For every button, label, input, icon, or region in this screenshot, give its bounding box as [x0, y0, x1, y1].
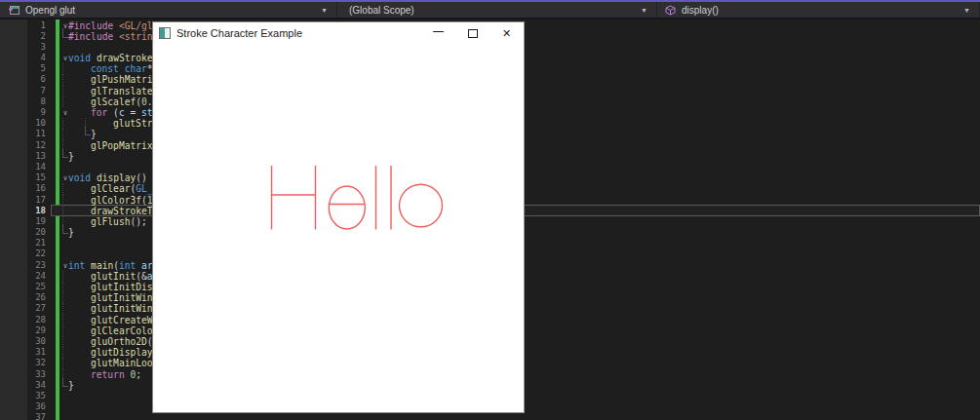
code-text: glutStr	[68, 118, 152, 129]
code-text: #include <strin	[68, 31, 153, 42]
indent-guide	[62, 325, 63, 336]
line-number: 27	[0, 303, 46, 314]
line-number: 37	[0, 412, 46, 420]
line-number: 2	[0, 31, 46, 42]
indent-guide	[62, 358, 63, 368]
navigation-bar: Opengl glut ▼ (Global Scope) ▼ display()…	[0, 2, 980, 19]
indent-guide	[62, 315, 63, 325]
line-number: 14	[0, 162, 46, 172]
line-number: 36	[0, 401, 46, 412]
line-number: 3	[0, 42, 46, 53]
code-text: glPopMatrix	[68, 140, 153, 151]
code-text: return 0;	[68, 369, 141, 380]
code-line[interactable]: 37	[0, 412, 980, 420]
code-text: void display()	[68, 172, 147, 183]
line-number: 6	[0, 74, 46, 85]
code-text: glClearColo	[68, 325, 153, 336]
line-number: 25	[0, 282, 46, 292]
line-number: 10	[0, 118, 46, 129]
line-number: 22	[0, 248, 46, 259]
code-text: glutInitWin	[68, 303, 153, 314]
code-text: }	[68, 129, 97, 139]
code-text: for (c = st	[68, 107, 153, 118]
line-number: 18	[0, 206, 46, 216]
code-text: void drawStrokeT	[68, 53, 158, 63]
line-number: 4	[0, 53, 46, 63]
line-number: 15	[0, 172, 46, 183]
chevron-down-icon: ▼	[321, 7, 328, 14]
line-number: 35	[0, 391, 46, 401]
indent-guide	[62, 74, 63, 85]
code-text: glFlush();	[68, 216, 147, 227]
app-window-icon	[159, 27, 171, 39]
line-number: 24	[0, 271, 46, 282]
code-text: int main(int ar	[68, 260, 153, 271]
line-number: 33	[0, 369, 46, 380]
project-dropdown-label: Opengl glut	[25, 5, 75, 16]
member-dropdown-label: display()	[682, 5, 719, 16]
code-text: glColor3f(1	[68, 195, 153, 206]
member-dropdown[interactable]: display() ▼	[657, 2, 980, 18]
indent-guide	[62, 347, 63, 358]
minimize-button[interactable]: —	[421, 20, 455, 46]
indent-guide	[62, 129, 63, 139]
code-text: const char*	[68, 63, 153, 74]
line-number: 19	[0, 216, 46, 227]
project-dropdown[interactable]: Opengl glut ▼	[0, 2, 337, 18]
indent-guide	[62, 336, 63, 347]
code-text: glutInitDis	[68, 282, 153, 292]
code-text: gluOrtho2D(	[68, 336, 153, 347]
indent-guide	[62, 282, 63, 292]
line-number: 20	[0, 227, 46, 238]
line-number: 21	[0, 238, 46, 248]
line-number: 7	[0, 86, 46, 96]
line-number: 9	[0, 107, 46, 118]
indent-guide	[62, 195, 63, 206]
ide-screen: Opengl glut ▼ (Global Scope) ▼ display()…	[0, 0, 980, 420]
line-number: 29	[0, 325, 46, 336]
code-text: glutCreateW	[68, 315, 153, 325]
code-text: glTranslate	[68, 86, 153, 96]
line-number: 23	[0, 260, 46, 271]
line-number: 34	[0, 380, 46, 391]
code-text: }	[68, 151, 74, 162]
line-number: 31	[0, 347, 46, 358]
code-text: glutInit(&a	[68, 271, 153, 282]
chevron-down-icon: ▼	[641, 7, 647, 14]
code-text: glutMainLoo	[68, 358, 153, 368]
line-number: 26	[0, 292, 46, 303]
line-number: 30	[0, 336, 46, 347]
code-text: glutInitWin	[68, 292, 153, 303]
line-number: 28	[0, 315, 46, 325]
chevron-down-icon: ▼	[963, 7, 970, 14]
line-number: 1	[0, 20, 46, 31]
code-text: glPushMatri	[68, 74, 153, 85]
method-cube-icon	[665, 5, 676, 16]
code-text: glScalef(0.	[68, 96, 153, 107]
line-number: 12	[0, 140, 46, 151]
maximize-icon	[468, 29, 478, 38]
window-titlebar[interactable]: Stroke Character Example — ✕	[153, 22, 524, 44]
maximize-button[interactable]	[455, 22, 490, 44]
indent-guide	[62, 271, 63, 282]
code-text: }	[68, 227, 74, 238]
indent-guide	[62, 96, 63, 107]
line-number: 16	[0, 183, 46, 194]
line-number: 13	[0, 151, 46, 162]
indent-guide	[62, 86, 63, 96]
glut-canvas	[153, 44, 524, 412]
indent-guide	[62, 292, 63, 303]
scope-dropdown-label: (Global Scope)	[349, 5, 414, 16]
code-text: }	[68, 380, 74, 391]
indent-guide	[62, 118, 63, 129]
code-text: glutDisplay	[68, 347, 153, 358]
scope-dropdown[interactable]: (Global Scope) ▼	[337, 2, 657, 18]
line-number: 32	[0, 358, 46, 368]
code-text: #include <GL/gl	[68, 20, 153, 31]
cpp-project-icon	[8, 5, 20, 16]
indent-guide	[62, 63, 63, 74]
code-text: drawStrokeT	[68, 206, 153, 216]
hello-stroke-text	[153, 44, 524, 412]
line-number: 11	[0, 129, 46, 139]
close-button[interactable]: ✕	[490, 22, 524, 44]
